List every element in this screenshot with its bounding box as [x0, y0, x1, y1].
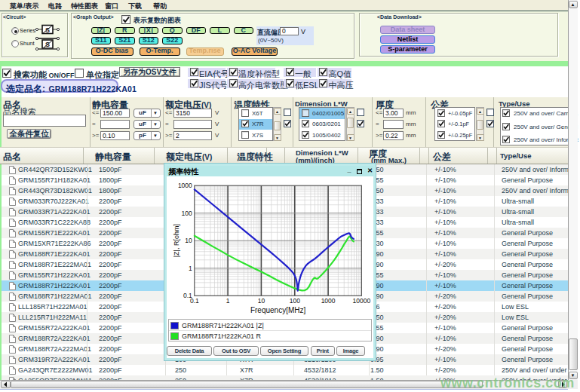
- svg-text:0.1: 0.1: [189, 297, 198, 305]
- svg-text:1: 1: [189, 265, 192, 272]
- svg-text:1: 1: [226, 297, 229, 305]
- svg-text:10: 10: [185, 237, 192, 244]
- svg-text:100: 100: [289, 297, 299, 305]
- svg-text:10: 10: [257, 297, 265, 305]
- svg-text:1000: 1000: [177, 182, 192, 189]
- svg-text:10000: 10000: [352, 297, 370, 305]
- svg-text:|Z|, R[ohm]: |Z|, R[ohm]: [173, 224, 180, 257]
- svg-text:Frequency[MHz]: Frequency[MHz]: [250, 306, 305, 314]
- svg-text:100: 100: [181, 210, 192, 217]
- svg-text:1000: 1000: [321, 297, 335, 305]
